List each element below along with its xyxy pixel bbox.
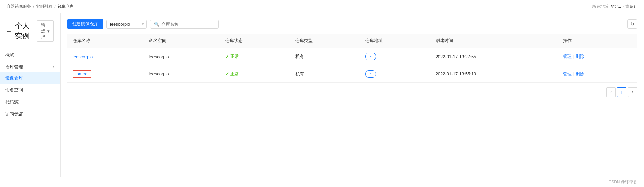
sidebar-nav: 概览 仓库管理 ∧ 镜像仓库 命名空间 代码源 访问凭证 bbox=[0, 49, 60, 120]
cell-name-2: tomcat bbox=[67, 65, 143, 83]
breadcrumb-item-1[interactable]: 容器镜像服务 bbox=[7, 4, 31, 9]
repo-name-highlighted-2: tomcat bbox=[73, 70, 91, 78]
search-box[interactable]: 🔍 bbox=[150, 20, 219, 29]
sidebar-item-access-credential[interactable]: 访问凭证 bbox=[0, 108, 60, 120]
status-badge-1: 正常 bbox=[225, 53, 284, 60]
refresh-button[interactable]: ↻ bbox=[627, 19, 637, 29]
sidebar-item-overview[interactable]: 概览 bbox=[0, 49, 60, 61]
col-header-type: 仓库类型 bbox=[290, 34, 360, 48]
top-bar: 容器镜像服务 / 实例列表 / 镜像仓库 所在地域 华北1（青岛） bbox=[0, 0, 644, 13]
action-divider-2: | bbox=[573, 71, 574, 76]
address-more-button-2[interactable]: ··· bbox=[365, 70, 376, 78]
delete-link-1[interactable]: 删除 bbox=[576, 53, 584, 60]
sidebar-item-code-source[interactable]: 代码源 bbox=[0, 96, 60, 108]
col-header-namespace: 命名空间 bbox=[143, 34, 219, 48]
create-repo-button[interactable]: 创建镜像仓库 bbox=[67, 19, 103, 29]
select-button-label: 请选择 bbox=[41, 22, 46, 40]
cell-address-2: ··· bbox=[360, 65, 430, 83]
region-label: 所在地域 bbox=[592, 4, 608, 9]
address-more-button-1[interactable]: ··· bbox=[365, 53, 376, 60]
sidebar-item-namespace[interactable]: 命名空间 bbox=[0, 84, 60, 96]
region-info: 所在地域 华北1（青岛） bbox=[592, 4, 637, 9]
breadcrumb-sep-2: / bbox=[54, 4, 55, 9]
cell-status-2: 正常 bbox=[220, 65, 290, 83]
search-input[interactable] bbox=[161, 22, 215, 27]
select-chevron-icon: ▾ bbox=[47, 29, 50, 34]
sidebar-namespace-label: 命名空间 bbox=[5, 87, 23, 92]
prev-page-button[interactable]: ‹ bbox=[606, 87, 616, 97]
action-links-1: 管理 | 删除 bbox=[563, 53, 632, 60]
manage-link-1[interactable]: 管理 bbox=[563, 53, 572, 60]
col-header-created: 创建时间 bbox=[430, 34, 558, 48]
col-header-status: 仓库状态 bbox=[220, 34, 290, 48]
table-container: 仓库名称 命名空间 仓库状态 仓库类型 仓库地址 创建时间 操作 bbox=[67, 34, 637, 98]
sidebar-access-credential-label: 访问凭证 bbox=[5, 112, 23, 117]
col-header-name: 仓库名称 bbox=[67, 34, 143, 48]
breadcrumb: 容器镜像服务 / 实例列表 / 镜像仓库 bbox=[7, 4, 74, 9]
footer-watermark: CSDN @张李香 bbox=[608, 180, 637, 184]
col-header-address: 仓库地址 bbox=[360, 34, 430, 48]
sidebar-repo-management-label: 仓库管理 bbox=[5, 64, 23, 70]
pagination: ‹ 1 › bbox=[67, 83, 637, 98]
page-title: 个人实例 bbox=[15, 21, 31, 41]
repos-table: 仓库名称 命名空间 仓库状态 仓库类型 仓库地址 创建时间 操作 bbox=[67, 34, 637, 83]
action-links-2: 管理 | 删除 bbox=[563, 71, 632, 77]
table-row: leescorpio leescorpio 正常 私有 ··· bbox=[67, 48, 637, 65]
page-header-area: ← 个人实例 请选择 ▾ bbox=[0, 17, 60, 47]
search-icon: 🔍 bbox=[154, 22, 159, 27]
status-text-1: 正常 bbox=[230, 53, 239, 60]
cell-name-1: leescorpio bbox=[67, 48, 143, 65]
table-header-row: 仓库名称 命名空间 仓库状态 仓库类型 仓库地址 创建时间 操作 bbox=[67, 34, 637, 48]
cell-address-1: ··· bbox=[360, 48, 430, 65]
action-divider-1: | bbox=[573, 54, 574, 59]
sidebar-code-source-label: 代码源 bbox=[5, 100, 19, 105]
delete-link-2[interactable]: 删除 bbox=[576, 71, 584, 77]
region-value: 华北1（青岛） bbox=[611, 4, 637, 9]
col-header-actions: 操作 bbox=[557, 34, 637, 48]
breadcrumb-item-2[interactable]: 实例列表 bbox=[36, 4, 52, 9]
cell-type-1: 私有 bbox=[290, 48, 360, 65]
cell-created-1: 2022-01-17 13:27:55 bbox=[430, 48, 558, 65]
footer: CSDN @张李香 bbox=[0, 177, 644, 187]
select-button[interactable]: 请选择 ▾ bbox=[37, 20, 54, 42]
manage-link-2[interactable]: 管理 bbox=[563, 71, 572, 77]
back-button[interactable]: ← bbox=[5, 27, 12, 35]
toolbar: 创建镜像仓库 leescorpio 🔍 ↻ bbox=[67, 19, 637, 29]
breadcrumb-item-3: 镜像仓库 bbox=[58, 4, 74, 9]
cell-actions-2: 管理 | 删除 bbox=[557, 65, 637, 83]
namespace-select-wrapper[interactable]: leescorpio bbox=[106, 20, 147, 29]
sidebar-item-image-repo[interactable]: 镜像仓库 bbox=[0, 72, 60, 84]
cell-created-2: 2022-01-17 13:55:19 bbox=[430, 65, 558, 83]
namespace-select[interactable]: leescorpio bbox=[106, 20, 147, 29]
sidebar-overview-label: 概览 bbox=[5, 52, 14, 58]
status-text-2: 正常 bbox=[230, 71, 239, 77]
content-area: 创建镜像仓库 leescorpio 🔍 ↻ 仓库名称 bbox=[61, 13, 644, 177]
chevron-up-icon: ∧ bbox=[52, 65, 55, 69]
cell-actions-1: 管理 | 删除 bbox=[557, 48, 637, 65]
repo-name-link-2[interactable]: tomcat bbox=[75, 71, 89, 76]
status-badge-2: 正常 bbox=[225, 71, 284, 77]
sidebar: ← 个人实例 请选择 ▾ 概览 仓库管理 ∧ 镜像仓库 bbox=[0, 13, 61, 177]
repo-name-link-1[interactable]: leescorpio bbox=[73, 54, 93, 59]
cell-status-1: 正常 bbox=[220, 48, 290, 65]
next-page-button[interactable]: › bbox=[628, 87, 637, 97]
sidebar-image-repo-label: 镜像仓库 bbox=[5, 75, 23, 80]
breadcrumb-sep-1: / bbox=[33, 4, 34, 9]
sidebar-group-repo-management[interactable]: 仓库管理 ∧ bbox=[0, 61, 60, 72]
cell-namespace-2: leescorpio bbox=[143, 65, 219, 83]
cell-namespace-1: leescorpio bbox=[143, 48, 219, 65]
cell-type-2: 私有 bbox=[290, 65, 360, 83]
current-page-number: 1 bbox=[617, 87, 626, 97]
table-row: tomcat leescorpio 正常 私有 ··· bbox=[67, 65, 637, 83]
